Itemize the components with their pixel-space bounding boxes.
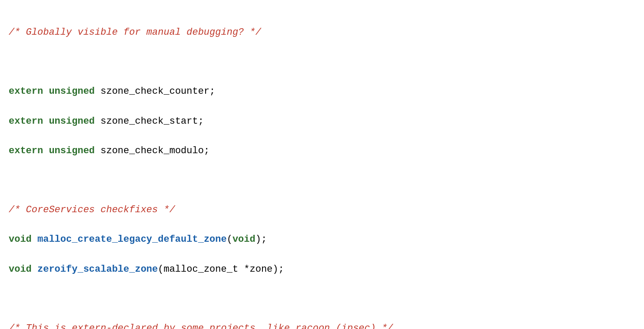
code-line: extern unsigned szone_check_counter; xyxy=(9,84,635,99)
normal-token: szone_check_counter; xyxy=(95,86,215,97)
normal-token: ); xyxy=(256,234,267,245)
normal-token: szone_check_start; xyxy=(95,116,204,127)
empty-line xyxy=(9,173,635,188)
empty-line xyxy=(9,55,635,69)
normal-token: szone_check_modulo; xyxy=(95,145,209,156)
normal-token: ( xyxy=(227,234,232,245)
comment-line: /* CoreServices checkfixes */ xyxy=(9,203,635,217)
comment-text: /* Globally visible for manual debugging… xyxy=(9,27,261,38)
comment-text: /* CoreServices checkfixes */ xyxy=(9,204,175,215)
keyword-token: void xyxy=(9,234,32,245)
code-line: extern unsigned szone_check_start; xyxy=(9,114,635,129)
code-line: void malloc_create_legacy_default_zone(v… xyxy=(9,232,635,247)
normal-token: (malloc_zone_t *zone); xyxy=(158,264,284,275)
keyword-token: unsigned xyxy=(49,116,95,127)
keyword-token: extern xyxy=(9,116,43,127)
comment-line: /* This is extern-declared by some proje… xyxy=(9,321,635,329)
normal-token xyxy=(32,264,37,275)
normal-token xyxy=(43,145,49,156)
normal-token xyxy=(32,234,37,245)
function-name-token: malloc_create_legacy_default_zone xyxy=(37,234,227,245)
code-line: extern unsigned szone_check_modulo; xyxy=(9,144,635,158)
keyword-token: unsigned xyxy=(49,86,95,97)
function-name-token: zeroify_scalable_zone xyxy=(37,264,158,275)
keyword-token: void xyxy=(232,234,256,245)
code-line: void zeroify_scalable_zone(malloc_zone_t… xyxy=(9,262,635,277)
keyword-token: void xyxy=(9,264,32,275)
comment-line: /* Globally visible for manual debugging… xyxy=(9,25,635,40)
normal-token xyxy=(43,86,49,97)
keyword-token: extern xyxy=(9,86,43,97)
normal-token xyxy=(43,116,49,127)
code-viewer: /* Globally visible for manual debugging… xyxy=(9,10,635,329)
comment-text: /* This is extern-declared by some proje… xyxy=(9,323,393,329)
empty-line xyxy=(9,292,635,306)
keyword-token: extern xyxy=(9,145,43,156)
keyword-token: unsigned xyxy=(49,145,95,156)
